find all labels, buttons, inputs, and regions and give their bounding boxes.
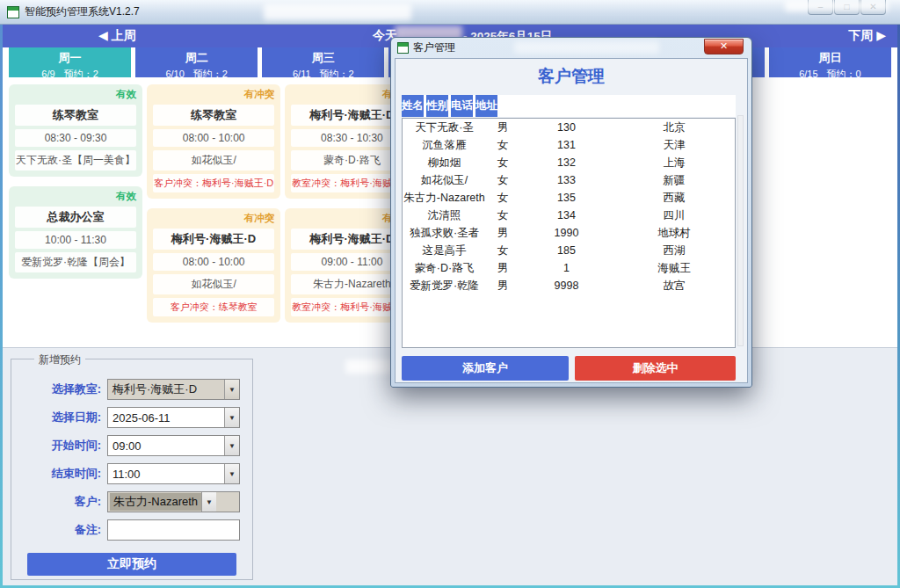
table-row[interactable]: 沈清照 女 134 四川	[403, 207, 735, 224]
cell-address: 北京	[613, 121, 735, 134]
cell-address: 故宫	[613, 279, 735, 293]
redaction-blur	[264, 4, 411, 20]
day-label: 周一	[9, 50, 131, 66]
table-row[interactable]: 蒙奇·D·路飞 男 1 海贼王	[403, 259, 735, 277]
chevron-down-icon[interactable]: ▼	[201, 492, 216, 512]
booking-customer: 爱新觉罗·乾隆【周会】	[15, 252, 136, 272]
chevron-down-icon[interactable]: ▼	[224, 380, 239, 399]
chevron-down-icon[interactable]: ▼	[224, 464, 239, 483]
chevron-down-icon[interactable]: ▼	[224, 436, 239, 455]
book-now-button[interactable]: 立即预约	[27, 553, 236, 576]
status-badge: 有效	[15, 190, 136, 203]
day-header[interactable]: 周一 6/9预约：2	[9, 47, 131, 77]
window-border-left	[0, 25, 3, 588]
field-control[interactable]: 11:00 ▼	[107, 463, 240, 484]
form-row: 选择日期: 2025-06-11 ▼	[20, 407, 240, 428]
chevron-down-icon[interactable]: ▼	[224, 408, 239, 427]
cell-phone: 135	[519, 192, 613, 205]
booking-room: 练琴教室	[15, 105, 136, 126]
booking-card[interactable]: 有冲突 梅利号·海贼王·D 08:00 - 10:00 如花似玉/ 客户冲突：练…	[147, 208, 280, 323]
field-value: 11:00	[108, 468, 224, 481]
field-control[interactable]: 朱古力-Nazareth ▼	[107, 491, 240, 512]
day-header[interactable]: 周日 6/15预约：0	[769, 47, 891, 77]
day-column-tuesday: 有冲突 练琴教室 08:00 - 10:00 如花似玉/ 客户冲突：梅利号·海贼…	[147, 77, 280, 346]
booking-room: 总裁办公室	[15, 207, 136, 228]
booking-card[interactable]: 有效 练琴教室 08:30 - 09:30 天下无敌·圣【周一美食】	[9, 84, 142, 177]
table-scrollbar[interactable]	[737, 115, 744, 346]
day-column-monday: 有效 练琴教室 08:30 - 09:30 天下无敌·圣【周一美食】 有效 总裁…	[9, 77, 142, 346]
next-week-button[interactable]: 下周 ▶	[848, 28, 886, 44]
field-value: 梅利号·海贼王·D	[108, 381, 224, 397]
column-header: 地址	[475, 95, 497, 117]
status-badge: 有冲突	[153, 212, 274, 225]
booking-card[interactable]: 有效 总裁办公室 10:00 - 11:30 爱新觉罗·乾隆【周会】	[9, 186, 142, 279]
field-control[interactable]: ▼	[107, 519, 240, 541]
dialog-icon	[397, 42, 409, 54]
customer-table: 姓名性别电话地址 天下无敌·圣 男 130 北京 沉鱼落雁 女 131 天津	[402, 95, 736, 348]
cell-gender: 男	[486, 262, 519, 275]
cell-name: 沉鱼落雁	[403, 139, 486, 152]
table-row[interactable]: 沉鱼落雁 女 131 天津	[403, 136, 735, 154]
field-control[interactable]: 09:00 ▼	[107, 435, 240, 456]
field-label: 开始时间:	[20, 438, 101, 454]
booking-time: 08:30 - 09:30	[15, 129, 136, 147]
new-booking-form: 选择教室: 梅利号·海贼王·D ▼ 选择日期: 2025-06-11 ▼ 开始时…	[11, 359, 252, 541]
table-row[interactable]: 如花似玉/ 女 133 新疆	[403, 171, 735, 189]
field-label: 选择日期:	[20, 410, 101, 425]
dialog-close-button[interactable]: ✕	[704, 39, 744, 54]
table-row[interactable]: 天下无敌·圣 男 130 北京	[403, 119, 735, 136]
day-label: 周三	[262, 50, 384, 66]
dialog-body: 客户管理 姓名性别电话地址 天下无敌·圣 男 130 北京 沉鱼落雁 女	[395, 58, 748, 383]
cell-name: 朱古力-Nazareth	[403, 192, 486, 205]
booking-time: 10:00 - 11:30	[15, 231, 136, 249]
table-row[interactable]: 这是高手 女 185 西湖	[403, 242, 735, 259]
cell-phone: 132	[519, 156, 613, 170]
prev-week-button[interactable]: ◀ 上周	[98, 28, 136, 44]
customer-management-dialog: 客户管理 ✕ 客户管理 姓名性别电话地址 天下无敌·圣 男 130 北京	[390, 37, 752, 388]
redaction-blur	[345, 359, 396, 374]
table-row[interactable]: 朱古力-Nazareth 女 135 西藏	[403, 189, 735, 207]
cell-phone: 133	[519, 174, 613, 187]
cell-name: 天下无敌·圣	[403, 121, 486, 134]
cell-phone: 1	[519, 262, 613, 275]
cell-name: 独孤求败·圣者	[403, 227, 486, 240]
column-header: 姓名	[402, 95, 424, 117]
booking-customer: 如花似玉/	[153, 274, 274, 294]
cell-gender: 女	[486, 156, 519, 170]
booking-card[interactable]: 有冲突 练琴教室 08:00 - 10:00 如花似玉/ 客户冲突：梅利号·海贼…	[147, 84, 280, 199]
day-label: 周日	[769, 50, 891, 66]
cell-gender: 女	[486, 244, 519, 258]
cell-phone: 134	[519, 209, 613, 222]
table-row[interactable]: 独孤求败·圣者 男 1990 地球村	[403, 224, 735, 242]
field-control[interactable]: 梅利号·海贼王·D ▼	[107, 379, 240, 400]
app-window: 智能预约管理系统V1.2.7 yhua_z – □ ✕ ◀ 上周 今天 - 20…	[0, 0, 900, 588]
form-row: 选择教室: 梅利号·海贼王·D ▼	[20, 379, 240, 400]
day-header[interactable]: 周三 6/11预约：2	[262, 47, 384, 77]
cell-address: 上海	[613, 156, 735, 170]
table-body: 天下无敌·圣 男 130 北京 沉鱼落雁 女 131 天津 柳如烟 女	[402, 118, 736, 348]
add-customer-button[interactable]: 添加客户	[402, 356, 569, 381]
field-label: 备注:	[20, 522, 101, 538]
table-row[interactable]: 爱新觉罗·乾隆 男 9998 故宫	[403, 277, 735, 294]
cell-phone: 131	[519, 139, 613, 152]
field-label: 客户:	[20, 494, 101, 510]
cell-gender: 男	[486, 227, 519, 240]
cell-name: 沈清照	[403, 209, 486, 222]
app-icon	[7, 6, 19, 18]
field-control[interactable]: 2025-06-11 ▼	[107, 407, 240, 428]
cell-address: 地球村	[613, 227, 735, 240]
form-row: 开始时间: 09:00 ▼	[20, 435, 240, 456]
form-row: 备注: ▼	[20, 519, 240, 541]
day-header[interactable]: 周二 6/10预约：2	[135, 47, 258, 77]
cell-gender: 女	[486, 209, 519, 222]
booking-conflict: 客户冲突：梅利号·海贼王·D	[153, 174, 274, 192]
field-label: 选择教室:	[20, 381, 101, 397]
cell-gender: 女	[486, 192, 519, 205]
field-value: 2025-06-11	[108, 411, 224, 425]
cell-address: 海贼王	[613, 262, 735, 275]
field-value: 09:00	[108, 439, 224, 453]
booking-conflict: 客户冲突：练琴教室	[153, 298, 274, 316]
table-row[interactable]: 柳如烟 女 132 上海	[403, 154, 735, 171]
delete-selected-button[interactable]: 删除选中	[575, 356, 736, 381]
cell-phone: 185	[519, 244, 613, 258]
